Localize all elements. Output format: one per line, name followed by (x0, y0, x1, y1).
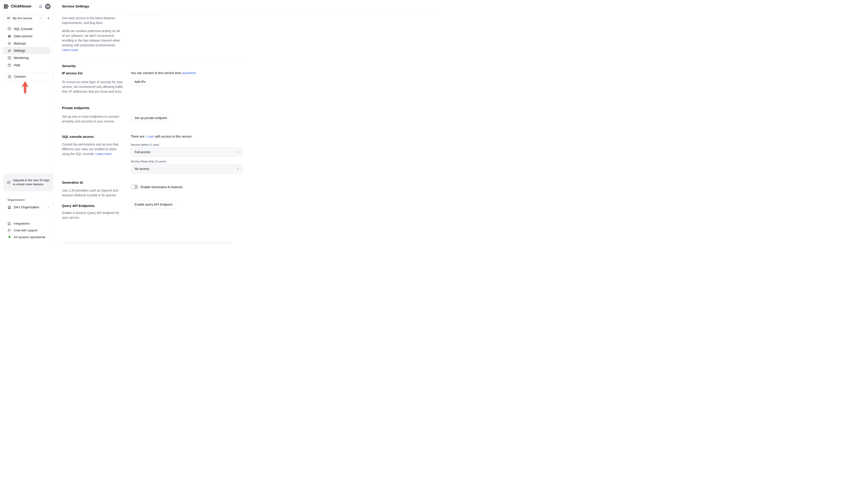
generative-ai-toggle-label: Enable Generative AI features (141, 185, 183, 189)
red-up-arrow (21, 81, 29, 94)
query-api-description: Enable a Generic Query API endpoint for … (62, 210, 123, 220)
sidebar-header: ClickHouse DA (0, 0, 53, 13)
ip-access-list-title: IP access list (62, 71, 83, 75)
release-channel-para1: Get early access to the latest features,… (62, 16, 125, 25)
svg-text:aws: aws (7, 17, 10, 19)
chevron-updown-icon (236, 151, 239, 154)
service-admin-label: Service Admin (1 user) (131, 143, 159, 147)
chevron-updown-icon (236, 167, 239, 170)
sidebar-item-monitoring[interactable]: Monitoring (0, 54, 53, 61)
anywhere-link[interactable]: anywhere (182, 71, 196, 75)
section-divider (62, 61, 243, 62)
connect-wifi-icon (8, 75, 11, 78)
sql-console-access-summary: There are 1 user with access to this ser… (131, 135, 192, 138)
generative-ai-toggle[interactable] (131, 185, 138, 189)
service-readonly-label: Service Read Only (0 users) (131, 160, 166, 163)
connect-button[interactable]: Connect (4, 73, 53, 80)
organization-section-label: Organization (7, 198, 25, 201)
data-sources-icon (7, 34, 11, 38)
system-status-row[interactable]: All systems operational (0, 234, 53, 240)
chat-bubble-icon (7, 228, 11, 232)
sidebar-item-label: Data sources (14, 34, 32, 38)
query-api-endpoints-title: Query API Endpoints (62, 204, 94, 207)
status-label: All systems operational (14, 235, 45, 239)
connect-label: Connect (14, 75, 26, 78)
add-service-button[interactable] (46, 16, 51, 20)
sidebar-item-label: SQL Console (14, 27, 33, 31)
sql-console-learn-more-link[interactable]: Learn more (95, 152, 112, 156)
puzzle-icon (7, 222, 11, 225)
monitoring-icon (7, 56, 11, 60)
avatar[interactable]: DA (45, 4, 51, 9)
service-selector-row: aws My first service (4, 15, 51, 22)
help-icon (7, 63, 11, 67)
upgrade-banner[interactable]: Upgrade in the next 30 days to unlock mo… (4, 174, 53, 191)
building-icon (7, 205, 11, 209)
sidebar: ClickHouse DA aws My first service (0, 0, 53, 244)
sidebar-footer: Integrations Chat with support All syste… (0, 220, 53, 240)
ip-access-description: To ensure an extra layer of security for… (62, 80, 123, 94)
upgrade-text: Upgrade in the next 30 days to unlock mo… (13, 178, 50, 186)
status-dot (7, 236, 11, 238)
sidebar-item-help[interactable]: Help (0, 61, 53, 69)
page-title: Service Settings (62, 0, 89, 13)
app-name: ClickHouse (11, 4, 31, 8)
service-admin-value: Full access (134, 150, 150, 154)
sql-console-icon (7, 27, 11, 31)
sidebar-item-backups[interactable]: Backups (0, 40, 53, 47)
summary-suffix: with access to this service. (154, 135, 193, 138)
service-selector[interactable]: aws My first service (4, 15, 45, 22)
service-admin-select[interactable]: Full access (131, 147, 243, 157)
service-name: My first service (13, 17, 32, 20)
sql-console-access-title: SQL console access (62, 135, 94, 138)
one-user-link[interactable]: 1 user (145, 135, 154, 138)
sidebar-item-integrations[interactable]: Integrations (0, 220, 53, 227)
generative-ai-title: Generative AI (62, 181, 83, 184)
sidebar-item-label: Settings (14, 49, 25, 53)
next-section-card-partial (63, 242, 232, 244)
sidebar-item-label: Help (14, 63, 20, 67)
release-channel-para2-text: While we conduct extensive testing on al… (62, 29, 120, 47)
service-readonly-select[interactable]: No access (131, 164, 243, 173)
service-readonly-value: No access (134, 167, 149, 170)
setup-private-endpoint-button[interactable]: Set up private endpoint (131, 114, 171, 122)
sql-console-access-description: Control the permissions and access that … (62, 142, 123, 156)
sidebar-item-label: Backups (14, 41, 26, 45)
ip-access-status-text: You can connect to this service from (131, 71, 182, 75)
footer-item-label: Integrations (14, 222, 30, 225)
generative-ai-description: Use LLM providers such as OpenAI and Ama… (62, 188, 123, 198)
ip-access-status: You can connect to this service from any… (131, 71, 196, 75)
chevron-updown-icon (39, 17, 42, 20)
sidebar-item-settings[interactable]: Settings (3, 47, 51, 54)
release-channel-learn-more-link[interactable]: Learn more (62, 48, 78, 52)
settings-icon (7, 49, 11, 53)
summary-prefix: There are (131, 135, 145, 138)
enable-query-api-button[interactable]: Enable query API Endpoint (131, 201, 176, 208)
avatar-initials: DA (46, 5, 50, 8)
bell-icon[interactable] (38, 4, 43, 9)
sidebar-divider (0, 215, 53, 215)
release-channel-select-partial[interactable] (130, 13, 164, 15)
sidebar-nav: SQL Console Data sources Backups (0, 25, 53, 69)
organization-row[interactable]: DA's Organization (0, 203, 53, 211)
backups-icon (7, 41, 11, 45)
clickhouse-logo-icon (4, 4, 8, 9)
sidebar-item-sql-console[interactable]: SQL Console (0, 25, 53, 33)
main-header: Service Settings (53, 0, 434, 13)
sidebar-item-chat-support[interactable]: Chat with support (0, 227, 53, 234)
sidebar-item-label: Monitoring (14, 56, 29, 60)
private-endpoints-title: Private endpoints (62, 106, 90, 110)
chevron-right-icon (47, 206, 50, 209)
organization-name: DA's Organization (14, 205, 39, 209)
security-heading: Security (62, 64, 76, 68)
private-endpoints-description: Set up one or more endpoints to connect … (62, 114, 123, 124)
release-channel-para2: While we conduct extensive testing on al… (62, 29, 123, 53)
add-ips-button[interactable]: Add IPs (131, 78, 149, 86)
aws-logo-icon: aws (7, 17, 11, 20)
footer-item-label: Chat with support (14, 229, 37, 232)
toggle-knob (131, 185, 135, 189)
sidebar-item-data-sources[interactable]: Data sources (0, 33, 53, 40)
clock-icon (7, 181, 11, 184)
